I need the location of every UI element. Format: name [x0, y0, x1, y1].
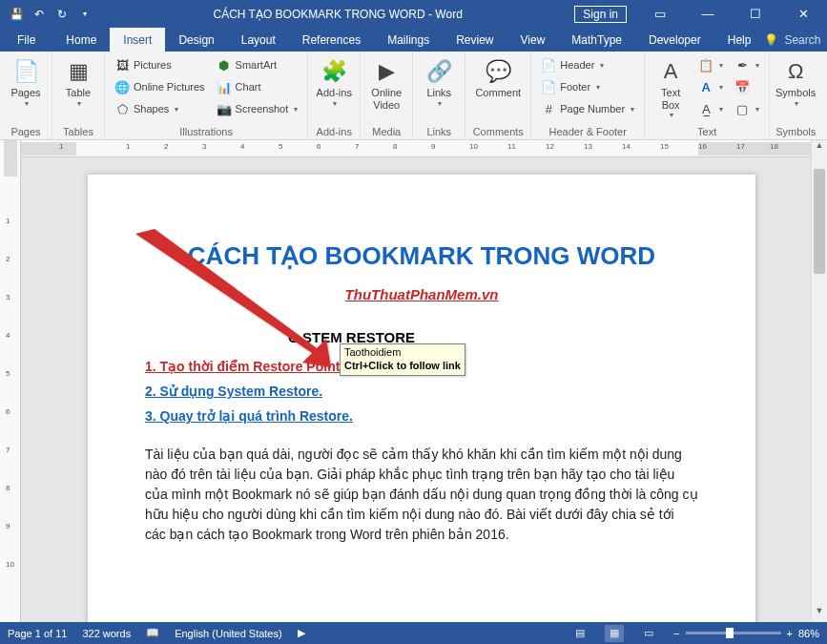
table-button[interactable]: ▦Table▾ — [58, 54, 98, 110]
wordart-button[interactable]: A▾ — [694, 76, 727, 97]
tab-view[interactable]: View — [507, 28, 559, 52]
screenshot-icon: 📷 — [217, 101, 232, 116]
hyperlink-tooltip: Taothoidiem Ctrl+Click to follow link — [340, 343, 465, 376]
title-bar: 💾 ↶ ↻ ▾ CÁCH TẠO BOOKMARK TRONG WORD - W… — [0, 0, 827, 28]
signature-line-button[interactable]: ✒▾ — [731, 54, 763, 75]
zoom-in-button[interactable]: + — [787, 628, 793, 639]
undo-icon[interactable]: ↶ — [29, 4, 50, 25]
maximize-button[interactable]: ☐ — [734, 0, 777, 28]
status-page[interactable]: Page 1 of 11 — [8, 628, 67, 639]
tab-file[interactable]: File — [0, 28, 52, 52]
group-symbols: ΩSymbols▾ Symbols — [770, 52, 821, 139]
horizontal-ruler[interactable]: 1 1 2 3 4 5 6 7 8 9 10 11 12 13 14 15 16… — [21, 140, 811, 157]
document-page[interactable]: CÁCH TẠO BOOKMARK TRONG WORD ThuThuatPha… — [88, 175, 755, 622]
group-links: 🔗Links▾ Links — [413, 52, 465, 139]
zoom-level[interactable]: 86% — [798, 628, 819, 639]
footer-button[interactable]: 📄Footer▾ — [537, 76, 638, 97]
tab-layout[interactable]: Layout — [228, 28, 289, 52]
vertical-ruler[interactable]: 1 2 3 4 5 6 7 8 9 10 — [0, 140, 21, 622]
document-area[interactable]: CÁCH TẠO BOOKMARK TRONG WORD ThuThuatPha… — [21, 157, 811, 622]
group-label-comments: Comments — [471, 125, 525, 139]
online-video-button[interactable]: ▶Online Video — [366, 54, 406, 113]
drop-cap-icon: A̲ — [698, 101, 713, 116]
symbols-icon: Ω — [780, 56, 811, 87]
comment-button[interactable]: 💬Comment — [471, 54, 525, 101]
text-box-icon: A — [655, 56, 686, 87]
drop-cap-button[interactable]: A̲▾ — [694, 98, 727, 119]
search-box[interactable]: Search — [784, 33, 820, 47]
shapes-button[interactable]: ⬠Shapes▾ — [111, 98, 209, 119]
view-read-mode-icon[interactable]: ▤ — [570, 625, 589, 642]
minimize-button[interactable]: — — [686, 0, 730, 28]
tab-developer[interactable]: Developer — [635, 28, 714, 52]
zoom-out-button[interactable]: − — [673, 628, 679, 639]
tab-references[interactable]: References — [289, 28, 374, 52]
sign-in-button[interactable]: Sign in — [574, 6, 627, 23]
comment-icon: 💬 — [483, 56, 513, 87]
tab-review[interactable]: Review — [443, 28, 507, 52]
online-pictures-icon: 🌐 — [114, 79, 130, 94]
online-pictures-button[interactable]: 🌐Online Pictures — [111, 76, 209, 97]
status-word-count[interactable]: 322 words — [82, 628, 131, 639]
text-box-button[interactable]: AText Box▾ — [651, 54, 691, 121]
group-label-tables: Tables — [58, 125, 98, 139]
ribbon-display-options-icon[interactable]: ▭ — [638, 0, 682, 28]
scroll-up-icon[interactable]: ▲ — [812, 140, 827, 156]
doc-subtitle: ThuThuatPhanMem.vn — [145, 286, 698, 302]
tab-insert[interactable]: Insert — [110, 28, 165, 52]
smartart-icon: ⬢ — [217, 57, 232, 73]
toc-item-3[interactable]: 3. Quay trở lại quá trình Restore. — [145, 408, 698, 424]
redo-icon[interactable]: ↻ — [52, 4, 72, 25]
tab-mailings[interactable]: Mailings — [374, 28, 443, 52]
doc-body-paragraph: Tài liệu của bạn quá dài, người đọc sẽ c… — [145, 445, 698, 545]
addins-button[interactable]: 🧩Add-ins▾ — [314, 54, 354, 110]
pages-button[interactable]: 📄Pages▾ — [6, 54, 46, 110]
group-pages: 📄Pages▾ Pages — [0, 52, 52, 139]
group-media: ▶Online Video Media — [361, 52, 413, 139]
links-button[interactable]: 🔗Links▾ — [419, 54, 459, 110]
date-time-button[interactable]: 📅 — [731, 76, 763, 97]
smartart-button[interactable]: ⬢SmartArt — [213, 54, 302, 75]
shapes-icon: ⬠ — [114, 101, 130, 116]
group-label-text: Text — [651, 125, 763, 139]
toc-item-2[interactable]: 2. Sử dụng System Restore. — [145, 384, 698, 399]
pages-icon: 📄 — [10, 56, 41, 87]
signature-icon: ✒ — [734, 57, 750, 73]
status-bar: Page 1 of 11 322 words 📖 English (United… — [0, 622, 827, 644]
scroll-down-icon[interactable]: ▼ — [812, 606, 827, 622]
object-button[interactable]: ▢▾ — [731, 98, 763, 119]
close-button[interactable]: ✕ — [781, 0, 825, 28]
zoom-slider[interactable] — [686, 632, 781, 634]
chart-button[interactable]: 📊Chart — [213, 76, 302, 97]
tab-design[interactable]: Design — [165, 28, 227, 52]
header-button[interactable]: 📄Header▾ — [537, 54, 638, 75]
status-spell-check-icon[interactable]: 📖 — [146, 627, 159, 639]
tab-home[interactable]: Home — [52, 28, 110, 52]
zoom-slider-thumb[interactable] — [726, 628, 734, 638]
workspace: 1 2 3 4 5 6 7 8 9 10 1 1 2 3 4 5 6 7 8 9… — [0, 140, 827, 622]
group-header-footer: 📄Header▾ 📄Footer▾ #Page Number▾ Header &… — [531, 52, 645, 139]
window-title: CÁCH TẠO BOOKMARK TRONG WORD - Word — [101, 8, 574, 21]
vertical-scrollbar[interactable]: ▲ ▼ — [811, 140, 827, 622]
screenshot-button[interactable]: 📷Screenshot▾ — [213, 98, 302, 119]
status-macro-icon[interactable]: ▶ — [298, 627, 305, 639]
group-label-illustrations: Illustrations — [111, 125, 301, 139]
quick-parts-icon: 📋 — [698, 57, 713, 73]
scroll-thumb[interactable] — [814, 169, 825, 274]
view-print-layout-icon[interactable]: ▦ — [605, 625, 624, 642]
tab-help[interactable]: Help — [714, 28, 765, 52]
tell-me-bulb-icon[interactable]: 💡 — [764, 33, 778, 47]
quick-parts-button[interactable]: 📋▾ — [694, 54, 727, 75]
symbols-button[interactable]: ΩSymbols▾ — [775, 54, 816, 110]
group-label-addins: Add-ins — [314, 125, 354, 139]
save-icon[interactable]: 💾 — [6, 4, 27, 25]
page-number-button[interactable]: #Page Number▾ — [537, 98, 638, 119]
status-language[interactable]: English (United States) — [175, 628, 282, 639]
group-label-links: Links — [419, 125, 459, 139]
group-label-media: Media — [366, 125, 406, 139]
date-time-icon: 📅 — [734, 79, 750, 94]
tab-mathtype[interactable]: MathType — [558, 28, 635, 52]
qat-customize-icon[interactable]: ▾ — [74, 4, 95, 25]
pictures-button[interactable]: 🖼Pictures — [111, 54, 209, 75]
view-web-layout-icon[interactable]: ▭ — [639, 625, 658, 642]
